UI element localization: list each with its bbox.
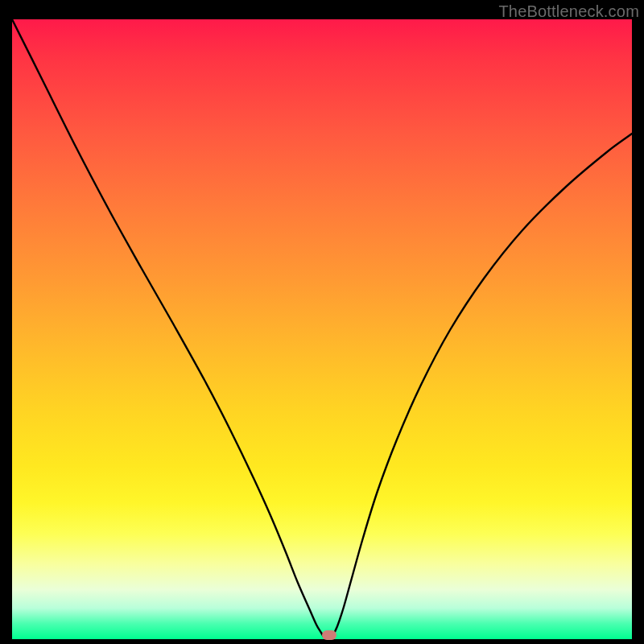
bottleneck-curve [12,19,632,639]
watermark-text: TheBottleneck.com [498,2,639,21]
chart-frame [12,19,632,639]
bottleneck-minimum-marker [322,630,336,640]
